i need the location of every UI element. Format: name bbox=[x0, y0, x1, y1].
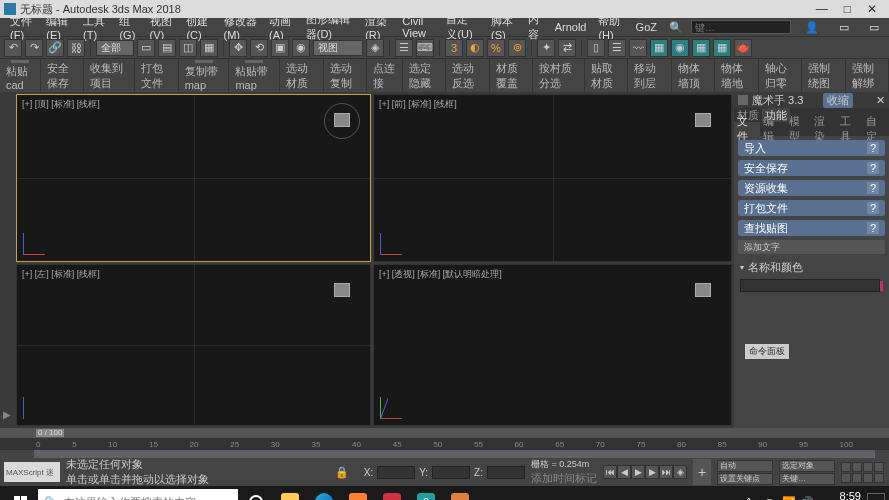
render-button[interactable]: 🫖 bbox=[734, 39, 752, 57]
select-name-button[interactable]: ▤ bbox=[158, 39, 176, 57]
rollout-name-color[interactable]: ▾ 名称和颜色 bbox=[734, 258, 889, 277]
menu-rendering[interactable]: 渲染(R) bbox=[359, 14, 396, 41]
goto-start-button[interactable]: ⏮ bbox=[603, 465, 617, 479]
viewcube-persp[interactable] bbox=[683, 271, 723, 311]
menu-search-input[interactable] bbox=[691, 20, 791, 34]
start-button[interactable] bbox=[4, 488, 36, 500]
add-time-tag[interactable]: 添加时间标记 bbox=[531, 471, 597, 486]
render-setup-button[interactable]: ▦ bbox=[692, 39, 710, 57]
menu-arnold[interactable]: Arnold bbox=[549, 21, 593, 33]
nav-7[interactable] bbox=[863, 473, 873, 483]
viewport-persp-label[interactable]: [+] [透视] [标准] [默认明暗处理] bbox=[379, 268, 502, 281]
maximize-button[interactable]: □ bbox=[844, 2, 851, 16]
workspace-icon[interactable]: ▭ bbox=[833, 21, 855, 34]
fov-button[interactable] bbox=[874, 462, 884, 472]
taskbar-search[interactable]: 🔍 bbox=[38, 489, 238, 500]
ribbon-sel-hide[interactable]: 选定隐藏 bbox=[403, 59, 447, 92]
ribbon-collect[interactable]: 收集到项目 bbox=[84, 59, 135, 92]
time-track[interactable]: 0 / 100 bbox=[0, 428, 889, 438]
task-app2[interactable] bbox=[376, 488, 408, 500]
key-mode-button[interactable]: ◈ bbox=[673, 465, 687, 479]
viewport-left-label[interactable]: [+] [左] [标准] [线框] bbox=[22, 268, 100, 281]
angle-snap-button[interactable]: ◐ bbox=[466, 39, 484, 57]
pan-button[interactable] bbox=[841, 462, 851, 472]
unlink-button[interactable]: ⛓ bbox=[67, 39, 85, 57]
ribbon-force-wrap[interactable]: 强制绕图 bbox=[802, 59, 846, 92]
task-app3[interactable] bbox=[444, 488, 476, 500]
menu-script[interactable]: 脚本(S) bbox=[485, 14, 522, 41]
menu-group[interactable]: 组(G) bbox=[113, 14, 143, 41]
orbit-button[interactable] bbox=[841, 473, 851, 483]
key-filter-button[interactable]: 关键… bbox=[779, 473, 835, 485]
link-button[interactable]: 🔗 bbox=[46, 39, 64, 57]
task-3dsmax[interactable]: 3 bbox=[410, 488, 442, 500]
menu-help[interactable]: 帮助(H) bbox=[592, 14, 629, 41]
panel-collapse-button[interactable]: 收缩 bbox=[823, 93, 853, 108]
viewcube-top[interactable] bbox=[322, 101, 362, 141]
select-button[interactable]: ▭ bbox=[137, 39, 155, 57]
ribbon-mat-override[interactable]: 材质覆盖 bbox=[490, 59, 534, 92]
placement-button[interactable]: ◉ bbox=[292, 39, 310, 57]
tray-clock[interactable]: 8:59 2021/3/2 bbox=[818, 491, 861, 500]
keyboard-button[interactable]: ⌨ bbox=[416, 39, 434, 57]
ribbon-pick-mat[interactable]: 贴取材质 bbox=[585, 59, 629, 92]
ribbon-package[interactable]: 打包文件 bbox=[135, 59, 179, 92]
signin-icon[interactable]: 👤 bbox=[799, 21, 825, 34]
tab-render[interactable]: 渲染 bbox=[811, 122, 837, 136]
task-cortana[interactable] bbox=[240, 488, 272, 500]
ribbon-sel-copy[interactable]: 选动复制 bbox=[324, 59, 368, 92]
object-name-field[interactable] bbox=[740, 279, 880, 292]
tab-tools[interactable]: 工具 bbox=[837, 122, 863, 136]
viewport-top[interactable]: [+] [顶] [标准] [线框] bbox=[16, 94, 371, 262]
ribbon-paste-map[interactable]: 粘贴带map bbox=[229, 59, 280, 92]
redo-button[interactable]: ↷ bbox=[25, 39, 43, 57]
menu-goz[interactable]: GoZ bbox=[630, 21, 663, 33]
percent-snap-button[interactable]: % bbox=[487, 39, 505, 57]
rotate-button[interactable]: ⟲ bbox=[250, 39, 268, 57]
panel-btn-collect[interactable]: 资源收集? bbox=[738, 180, 885, 196]
goto-end-button[interactable]: ⏭ bbox=[659, 465, 673, 479]
select-region-button[interactable]: ◫ bbox=[179, 39, 197, 57]
menu-file[interactable]: 文件(F) bbox=[4, 14, 40, 41]
zoom-extents-button[interactable] bbox=[863, 462, 873, 472]
ribbon-sel-invert[interactable]: 选动反选 bbox=[446, 59, 490, 92]
coord-x-input[interactable] bbox=[377, 466, 415, 479]
ribbon-safe-save[interactable]: 安全保存 bbox=[41, 59, 85, 92]
ribbon-move-layer[interactable]: 移动到层 bbox=[628, 59, 672, 92]
zoom-button[interactable] bbox=[852, 462, 862, 472]
manipulate-button[interactable]: ☰ bbox=[395, 39, 413, 57]
set-key-button[interactable]: 设置关键点 bbox=[717, 473, 773, 485]
play-strip-button[interactable]: ▶ bbox=[3, 409, 11, 428]
ribbon-mat-sort[interactable]: 按村质分选 bbox=[533, 59, 584, 92]
ribbon-force-unwrap[interactable]: 强制解绑 bbox=[846, 59, 889, 92]
menu-create[interactable]: 创建(C) bbox=[180, 14, 217, 41]
coord-system-dropdown[interactable]: 视图 bbox=[313, 40, 363, 56]
menu-modifiers[interactable]: 修改器(M) bbox=[218, 14, 263, 41]
close-button[interactable]: ✕ bbox=[867, 2, 877, 16]
color-swatch[interactable] bbox=[880, 281, 883, 291]
panel-close-button[interactable]: ✕ bbox=[876, 94, 885, 107]
minimize-button[interactable]: — bbox=[816, 2, 828, 16]
ribbon-wall-top[interactable]: 物体墙顶 bbox=[672, 59, 716, 92]
tray-ime-icon[interactable]: ㊥ bbox=[764, 496, 776, 500]
maximize-vp-button[interactable] bbox=[852, 473, 862, 483]
render-frame-button[interactable]: ▦ bbox=[713, 39, 731, 57]
ribbon-sel-mat[interactable]: 选动材质 bbox=[280, 59, 324, 92]
menu-customize[interactable]: 自定义(U) bbox=[440, 12, 485, 42]
viewport-front-label[interactable]: [+] [前] [标准] [线框] bbox=[379, 98, 457, 111]
menu-grapheditors[interactable]: 图形编辑器(D) bbox=[300, 12, 359, 42]
menu-civilview[interactable]: Civil View bbox=[396, 15, 440, 39]
ribbon-paste-cad[interactable]: 粘贴cad bbox=[0, 59, 41, 92]
timeline-ruler[interactable]: 0510152025303540455055606570758085909510… bbox=[0, 438, 889, 450]
selection-dropdown[interactable]: 选定对象 bbox=[779, 460, 835, 472]
layers-button[interactable]: ☰ bbox=[608, 39, 626, 57]
spinner-snap-button[interactable]: ⊚ bbox=[508, 39, 526, 57]
selection-filter-dropdown[interactable]: 全部 bbox=[96, 40, 134, 56]
coord-z-input[interactable] bbox=[487, 466, 525, 479]
viewport-perspective[interactable]: [+] [透视] [标准] [默认明暗处理] bbox=[373, 264, 732, 426]
mirror-button[interactable]: ⇄ bbox=[558, 39, 576, 57]
time-marker[interactable]: 0 / 100 bbox=[36, 429, 64, 437]
ribbon-pivot-zero[interactable]: 轴心归零 bbox=[759, 59, 803, 92]
menu-edit[interactable]: 编辑(E) bbox=[40, 14, 77, 41]
scale-button[interactable]: ▣ bbox=[271, 39, 289, 57]
